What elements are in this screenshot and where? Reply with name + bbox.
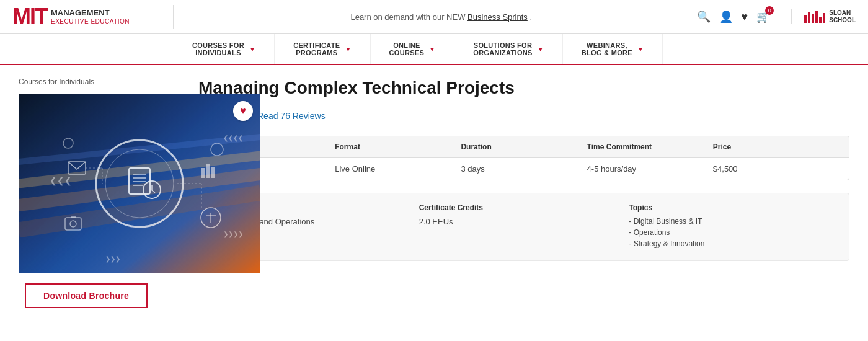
header-format: Format (335, 143, 461, 151)
wishlist-button[interactable]: ♥ (233, 101, 253, 121)
wishlist-icon[interactable]: ♥ (742, 11, 748, 24)
chevron-down-icon: ▼ (249, 46, 255, 53)
sloan-line2: SCHOOL (829, 17, 856, 24)
course-table: Course Dates Format Duration Time Commit… (198, 136, 849, 180)
credits-value: 2.0 EEUs (419, 217, 629, 226)
bar6 (823, 13, 825, 23)
nav-certificate-programs[interactable]: CERTIFICATEPROGRAMS ▼ (275, 34, 370, 64)
topic-2: - Operations (629, 228, 839, 237)
svg-rect-29 (71, 216, 76, 218)
header-duration: Duration (461, 143, 587, 151)
svg-text:❮❮❮: ❮❮❮ (50, 175, 72, 186)
table-data-row: Dec 4-6, 2024 Live Online 3 days 4-5 hou… (199, 158, 849, 180)
left-column: Courses for Individuals (12, 78, 186, 314)
read-reviews-link[interactable]: Read 76 Reviews (257, 111, 326, 121)
lower-info: Tracks Technology and Operations Certifi… (198, 193, 849, 261)
svg-rect-30 (202, 168, 205, 178)
sloan-text: SLOAN SCHOOL (829, 9, 856, 24)
nav-webinars-label: WEBINARS,BLOG & MORE (582, 42, 632, 56)
top-banner: MIT MANAGEMENT EXECUTIVE EDUCATION Learn… (0, 0, 868, 34)
svg-text:❮❮❮❮: ❮❮❮❮ (223, 135, 243, 142)
banner-icons: 🔍 👤 ♥ 🛒 0 SLOAN SCHOOL (697, 9, 856, 24)
nav-online-courses[interactable]: ONLINECOURSES ▼ (371, 34, 455, 64)
chevron-down-icon: ▼ (637, 46, 644, 53)
cell-price: $4,500 (713, 164, 839, 174)
search-icon[interactable]: 🔍 (697, 10, 711, 24)
cart-badge: 0 (765, 6, 774, 15)
course-image: ❮❮❮ ❮❮❮❮ ❯❯❯❯ ❯❯❯ ♥ (19, 94, 260, 273)
download-brochure-button[interactable]: Download Brochure (25, 283, 148, 308)
nav-online-label: ONLINECOURSES (389, 42, 425, 56)
banner-message: Learn on demand with our NEW Business Sp… (174, 12, 697, 22)
topics-label: Topics (629, 203, 839, 212)
chevron-down-icon: ▼ (345, 46, 351, 53)
nav-courses-individuals[interactable]: COURSES FORINDIVIDUALS ▼ (174, 34, 275, 64)
bottom-divider (0, 321, 868, 321)
user-icon[interactable]: 👤 (719, 10, 733, 24)
header-price: Price (713, 143, 839, 151)
chevron-down-icon: ▼ (538, 46, 544, 53)
bar2 (808, 12, 810, 23)
nav-solutions-label: SOLUTIONS FORORGANIZATIONS (473, 42, 532, 56)
management-label: MANAGEMENT (51, 8, 130, 18)
banner-text: Learn on demand with our NEW (350, 12, 467, 22)
cell-format: Live Online (335, 164, 461, 174)
header-time-commitment: Time Commitment (587, 143, 713, 151)
topics-section: Topics - Digital Business & IT - Operati… (629, 203, 839, 250)
sloan-logo: SLOAN SCHOOL (791, 9, 856, 24)
course-image-bg: ❮❮❮ ❮❮❮❮ ❯❯❯❯ ❯❯❯ (19, 94, 260, 273)
chevron-down-icon: ▼ (429, 46, 435, 53)
rating-row: ★★★★☆ Read 76 Reviews (198, 108, 849, 123)
nav-webinars[interactable]: WEBINARS,BLOG & MORE ▼ (563, 34, 663, 64)
cart-icon[interactable]: 🛒 0 (756, 10, 770, 24)
nav-cert-label: CERTIFICATEPROGRAMS (293, 42, 340, 56)
course-title: Managing Complex Technical Projects (198, 78, 849, 99)
credits-label: Certificate Credits (419, 203, 629, 212)
sloan-bars-icon (804, 11, 825, 23)
main-nav: COURSES FORINDIVIDUALS ▼ CERTIFICATEPROG… (0, 34, 868, 65)
exec-label: EXECUTIVE EDUCATION (51, 18, 130, 25)
cell-time-commitment: 4-5 hours/day (587, 164, 713, 174)
svg-text:❯❯❯❯: ❯❯❯❯ (223, 231, 243, 238)
svg-text:❯❯❯: ❯❯❯ (105, 255, 120, 263)
banner-suffix: . (529, 12, 532, 22)
svg-rect-32 (211, 167, 215, 178)
bar3 (812, 14, 814, 23)
mit-logo: MIT (12, 6, 47, 28)
main-content: Managing Complex Technical Projects ★★★★… (186, 78, 868, 314)
sloan-line1: SLOAN (829, 9, 851, 16)
download-button-area: Download Brochure (19, 273, 186, 314)
logo-sub: MANAGEMENT EXECUTIVE EDUCATION (51, 8, 130, 25)
content-area: Courses for Individuals (0, 65, 868, 314)
topic-1: - Digital Business & IT (629, 217, 839, 226)
topic-3: - Strategy & Innovation (629, 239, 839, 248)
nav-courses-label: COURSES FORINDIVIDUALS (192, 42, 244, 56)
nav-solutions-orgs[interactable]: SOLUTIONS FORORGANIZATIONS ▼ (454, 34, 563, 64)
credits-section: Certificate Credits 2.0 EEUs (419, 203, 629, 250)
logo-area: MIT MANAGEMENT EXECUTIVE EDUCATION (0, 5, 174, 29)
bar1 (804, 16, 807, 23)
cell-duration: 3 days (461, 164, 587, 174)
svg-rect-31 (206, 164, 210, 178)
bar4 (815, 11, 818, 23)
bar5 (819, 17, 822, 23)
table-header: Course Dates Format Duration Time Commit… (199, 136, 849, 158)
circuit-overlay-icon: ❮❮❮ ❮❮❮❮ ❯❯❯❯ ❯❯❯ (19, 94, 260, 273)
breadcrumb: Courses for Individuals (19, 78, 186, 86)
business-sprints-link[interactable]: Business Sprints (467, 12, 528, 22)
